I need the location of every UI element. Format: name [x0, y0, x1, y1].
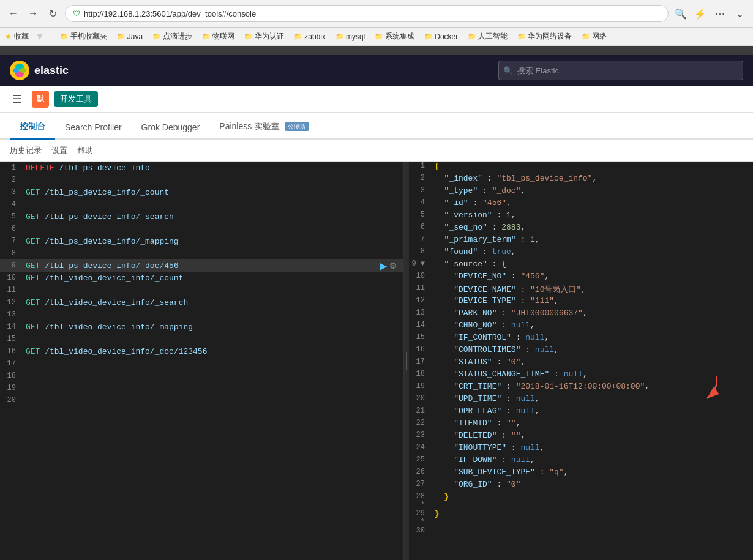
output-line-content: "CHNO_NO" : null, [432, 321, 752, 333]
line-number: 19 [1, 384, 23, 392]
line-number: 16 [1, 347, 23, 356]
back-button[interactable]: ← [6, 6, 21, 21]
output-line-content: } [432, 492, 752, 509]
output-line-number: 13 [410, 308, 432, 321]
address-bar[interactable]: 🛡 http://192.168.1.23:5601/app/dev_tools… [65, 5, 669, 22]
browser-chevron-button[interactable]: ⌄ [732, 6, 747, 21]
browser-search-button[interactable]: 🔍 [673, 6, 688, 21]
sub-toolbar: 历史记录 设置 帮助 [0, 140, 753, 162]
output-line-content: "PARK_NO" : "JHT0000006637", [432, 308, 752, 321]
output-line: 24 "INOUTTYPE" : null, [409, 443, 753, 455]
line-number: 5 [1, 212, 23, 221]
output-line-number: 10 [410, 272, 432, 284]
editor-line[interactable]: 2 [0, 174, 403, 186]
bookmark-java[interactable]: 📁Java [113, 31, 146, 42]
line-number: 6 [1, 225, 23, 233]
browser-more-button[interactable]: ⋯ [713, 6, 727, 21]
output-line: 6 "_seq_no" : 2883, [409, 223, 753, 235]
browser-lightning-button[interactable]: ⚡ [693, 6, 708, 21]
history-button[interactable]: 历史记录 [10, 143, 42, 159]
editor-line[interactable]: 9GET /tbl_ps_device_info/_doc/456▶⚙ [0, 259, 403, 272]
output-line-content: "DEVICE_TYPE" : "111", [432, 296, 752, 308]
tab-painless[interactable]: Painless 实验室 公测版 [209, 115, 319, 140]
header-search-input[interactable] [498, 61, 743, 80]
editor-line[interactable]: 3GET /tbl_ps_device_info/_count [0, 186, 403, 198]
editor-line[interactable]: 6 [0, 223, 403, 235]
output-container: 1{2 "_index" : "tbl_ps_device_info",3 "_… [409, 162, 753, 539]
line-settings-button[interactable]: ⚙ [389, 261, 397, 271]
editor-line[interactable]: 12GET /tbl_video_device_info/_search [0, 296, 403, 308]
reload-button[interactable]: ↻ [45, 6, 60, 21]
beta-badge: 公测版 [285, 122, 309, 131]
line-number: 2 [1, 176, 23, 184]
divider-handle [406, 352, 407, 370]
line-content: GET /tbl_ps_device_info/_mapping [23, 237, 402, 246]
output-line-number: 1 [410, 162, 432, 174]
output-line-content: "DEVICE_NAME" : "10号岗入口", [432, 284, 752, 296]
editor-line[interactable]: 19 [0, 382, 403, 394]
line-content: GET /tbl_ps_device_info/_search [23, 212, 402, 222]
editor-line[interactable]: 17 [0, 357, 403, 370]
bookmark-sysintegration[interactable]: 📁系统集成 [371, 30, 418, 43]
output-line-number: 30 [410, 526, 432, 539]
bookmark-huawei-network[interactable]: 📁华为网络设备 [514, 30, 575, 43]
bookmark-iot[interactable]: 📁物联网 [198, 30, 238, 43]
hamburger-menu-button[interactable]: ☰ [7, 89, 27, 109]
tab-search-profiler[interactable]: Search Profiler [55, 116, 132, 140]
output-line: 13 "PARK_NO" : "JHT0000006637", [409, 308, 753, 321]
output-line-number: 9 ▼ [410, 259, 432, 272]
editor-line[interactable]: 20 [0, 394, 403, 406]
bookmark-phone-collections[interactable]: 📁手机收藏夹 [56, 30, 111, 43]
editor-line[interactable]: 4 [0, 198, 403, 211]
output-line-number: 27 [410, 480, 432, 492]
output-line-content: "OPR_FLAG" : null, [432, 406, 752, 419]
bookmark-huawei-cert[interactable]: 📁华为认证 [241, 30, 288, 43]
editor-line[interactable]: 5GET /tbl_ps_device_info/_search [0, 211, 403, 223]
output-line-content: "SUB_DEVICE_TYPE" : "q", [432, 468, 752, 480]
user-badge[interactable]: 默 [32, 91, 49, 108]
editor-line[interactable]: 15 [0, 333, 403, 345]
editor-line[interactable]: 14GET /tbl_video_device_info/_mapping [0, 321, 403, 333]
editor-line[interactable]: 16GET /tbl_video_device_info/_doc/123456 [0, 345, 403, 357]
bookmark-label: 收藏 [14, 31, 29, 42]
bookmark-mysql[interactable]: 📁mysql [332, 31, 369, 42]
line-number: 18 [1, 371, 23, 380]
line-number: 12 [1, 298, 23, 307]
dev-tools-button[interactable]: 开发工具 [54, 91, 98, 107]
output-line-number: 21 [410, 406, 432, 419]
line-number: 13 [1, 310, 23, 319]
help-button[interactable]: 帮助 [77, 143, 93, 159]
url-text: http://192.168.1.23:5601/app/dev_tools#/… [84, 9, 256, 18]
output-line-content: "INOUTTYPE" : null, [432, 443, 752, 455]
editor-line[interactable]: 7GET /tbl_ps_device_info/_mapping [0, 235, 403, 247]
line-content: DELETE /tbl_ps_device_info [23, 163, 402, 173]
tab-console[interactable]: 控制台 [10, 115, 55, 140]
editor-line[interactable]: 18 [0, 370, 403, 382]
output-line-number: 2 [410, 174, 432, 186]
bookmark-ai[interactable]: 📁人工智能 [464, 30, 511, 43]
output-panel[interactable]: 1{2 "_index" : "tbl_ps_device_info",3 "_… [409, 162, 753, 560]
editor-line[interactable]: 10GET /tbl_video_device_info/_count [0, 272, 403, 284]
panel-divider[interactable] [404, 162, 409, 560]
editor-line[interactable]: 11 [0, 284, 403, 296]
editor-panel[interactable]: 1DELETE /tbl_ps_device_info23GET /tbl_ps… [0, 162, 404, 560]
bookmark-network[interactable]: 📁网络 [578, 30, 610, 43]
output-line: 1{ [409, 162, 753, 174]
run-button[interactable]: ▶ [380, 260, 387, 272]
line-number: 15 [1, 335, 23, 343]
editor-line[interactable]: 13 [0, 308, 403, 321]
bookmark-progress[interactable]: 📁点滴进步 [149, 30, 196, 43]
bookmark-docker[interactable]: 📁Docker [421, 31, 462, 42]
settings-button[interactable]: 设置 [51, 143, 67, 159]
output-line-number: 28 * [410, 492, 432, 509]
editor-line[interactable]: 1DELETE /tbl_ps_device_info [0, 162, 403, 174]
output-line-content: "ITEMID" : "", [432, 419, 752, 431]
elastic-logo[interactable]: elastic [10, 61, 69, 80]
bookmarks-bar: ★ 收藏 ▼ 📁手机收藏夹 📁Java 📁点滴进步 📁物联网 📁华为认证 📁za… [0, 28, 753, 46]
editor-line[interactable]: 8 [0, 247, 403, 259]
output-line: 14 "CHNO_NO" : null, [409, 321, 753, 333]
output-line: 5 "_version" : 1, [409, 211, 753, 223]
bookmark-zabbix[interactable]: 📁zabbix [290, 31, 329, 42]
tab-grok-debugger[interactable]: Grok Debugger [132, 116, 210, 140]
forward-button[interactable]: → [26, 6, 40, 21]
